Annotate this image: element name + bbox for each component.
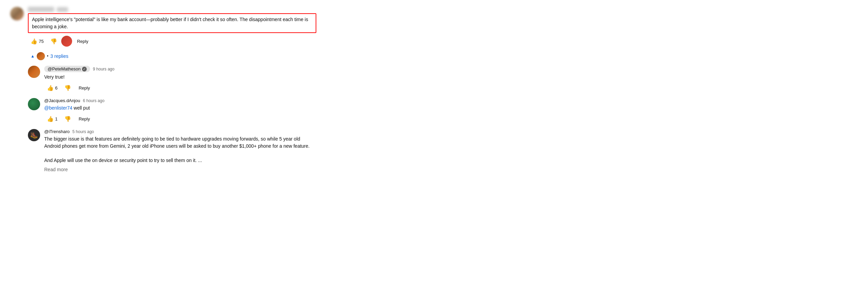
comment-section: @benlister74 Apple intelligence's "poten…: [10, 7, 316, 172]
reply-button-jacques[interactable]: Reply: [75, 115, 93, 123]
username: @benlister74: [28, 7, 54, 12]
comment-header: @benlister74: [28, 7, 316, 12]
thumbdown-icon: 👎: [64, 116, 71, 122]
replies-toggle: ▲ • 3 replies: [28, 51, 316, 62]
avatar-small: [61, 36, 72, 47]
dot-separator: •: [47, 54, 48, 59]
timestamp-jacques: 6 hours ago: [83, 98, 104, 103]
replies-container: @PeteMatheson ✓ 9 hours ago Very true! 👍…: [28, 66, 316, 172]
verified-badge-pete: ✓: [82, 67, 87, 71]
reply-button-pete[interactable]: Reply: [75, 84, 93, 92]
avatar-pete: [28, 66, 40, 78]
reply-block-itrensharo: 🥾 @iTrensharo 5 hours ago The bigger iss…: [28, 129, 316, 172]
timestamp-pete: 9 hours ago: [93, 67, 114, 71]
reply-block-pete: @PeteMatheson ✓ 9 hours ago Very true! 👍…: [28, 66, 316, 93]
reply-content-pete: @PeteMatheson ✓ 9 hours ago Very true! 👍…: [44, 66, 316, 93]
like-count-pete: 6: [55, 85, 57, 91]
reply-content-jacques: @Jacques.dAnjou 6 hours ago @benlister74…: [44, 98, 316, 124]
thumbup-icon: 👍: [31, 38, 37, 45]
reply-text-pete: Very true!: [44, 74, 316, 81]
chevron-up-icon: ▲: [31, 54, 35, 59]
thumbdown-icon: 👎: [50, 38, 57, 45]
replies-count-label: 3 replies: [50, 53, 68, 59]
like-button-jacques[interactable]: 👍 1: [44, 114, 60, 124]
like-button-pete[interactable]: 👍 6: [44, 83, 60, 93]
toggle-replies-button[interactable]: ▲ • 3 replies: [28, 51, 71, 62]
main-comment-content: @benlister74 Apple intelligence's "poten…: [28, 7, 316, 47]
mention-jacques: @benlister74: [44, 105, 72, 111]
thumbup-icon: 👍: [47, 116, 54, 122]
reply-block-jacques: @Jacques.dAnjou 6 hours ago @benlister74…: [28, 98, 316, 124]
reply-actions-jacques: 👍 1 👎 Reply: [44, 114, 316, 124]
avatar-jacques: [28, 98, 40, 110]
avatar: [10, 7, 24, 20]
username-itrensharo: @iTrensharo: [44, 129, 70, 134]
reply-header-jacques: @Jacques.dAnjou 6 hours ago: [44, 98, 316, 103]
username-pete: @PeteMatheson: [48, 66, 81, 71]
username-jacques: @Jacques.dAnjou: [44, 98, 80, 103]
timestamp: [57, 7, 68, 12]
reply-header-itrensharo: @iTrensharo 5 hours ago: [44, 129, 316, 134]
reply-text-jacques: @benlister74 well put: [44, 104, 316, 112]
main-comment-block: @benlister74 Apple intelligence's "poten…: [10, 7, 316, 47]
dislike-button[interactable]: 👎: [48, 37, 60, 46]
avatar-itrensharo: 🥾: [28, 129, 40, 141]
dislike-button-jacques[interactable]: 👎: [62, 114, 74, 124]
boot-icon: 🥾: [30, 131, 38, 139]
username-chip-pete: @PeteMatheson ✓: [44, 66, 90, 72]
dislike-button-pete[interactable]: 👎: [62, 83, 74, 93]
like-count: 75: [39, 39, 44, 44]
reply-actions-pete: 👍 6 👎 Reply: [44, 83, 316, 93]
comment-text-highlighted: Apple intelligence's "potential" is like…: [28, 13, 316, 33]
reply-header-pete: @PeteMatheson ✓ 9 hours ago: [44, 66, 316, 72]
avatar-pete-small: [37, 52, 45, 60]
thumbdown-icon: 👎: [64, 85, 71, 91]
reply-content-itrensharo: @iTrensharo 5 hours ago The bigger issue…: [44, 129, 316, 172]
like-count-jacques: 1: [55, 116, 57, 122]
reply-text-body-jacques: well put: [72, 105, 90, 111]
thumbup-icon: 👍: [47, 85, 54, 91]
like-button[interactable]: 👍 75: [28, 37, 46, 46]
reply-button[interactable]: Reply: [73, 37, 91, 45]
read-more-label[interactable]: Read more: [44, 167, 316, 172]
main-comment-actions: 👍 75 👎 Reply: [28, 36, 316, 47]
reply-text-itrensharo: The bigger issue is that features are de…: [44, 135, 316, 164]
timestamp-itrensharo: 5 hours ago: [72, 129, 94, 134]
